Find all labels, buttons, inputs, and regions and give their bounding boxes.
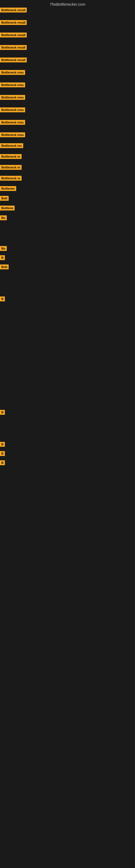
bottleneck-row-8: Bottleneck resu [0,95,135,100]
bottleneck-badge-8: Bottleneck resu [0,95,25,100]
bottleneck-row-1: Bottleneck result [0,8,135,12]
bottleneck-row-7: Bottleneck resu [0,83,135,87]
bottleneck-badge-3: Bottleneck result [0,33,27,37]
bottleneck-row-26: B [0,442,135,447]
bottleneck-badge-11: Bottleneck resu [0,132,25,137]
bottleneck-row-23: Bott [0,265,135,269]
bottleneck-badge-26: B [0,442,5,447]
bottleneck-badge-2: Bottleneck result [0,20,27,25]
bottleneck-badge-6: Bottleneck resu [0,70,25,75]
bottleneck-badge-12: Bottleneck res [0,143,23,148]
bottleneck-row-13: Bottleneck re [0,154,135,159]
bottleneck-badge-18: Bottlene [0,206,14,211]
bottleneck-row-14: Bottleneck re [0,165,135,170]
bottleneck-row-19: Bo [0,215,135,220]
bottleneck-badge-9: Bottleneck resu [0,107,25,112]
bottleneck-row-5: Bottleneck result [0,58,135,62]
page-container: TheBottlenecker.com Bottleneck result Bo… [0,0,135,465]
bottleneck-badge-22: B [0,255,5,260]
bottleneck-row-25: B [0,410,135,415]
bottleneck-badge-10: Bottleneck resu [0,120,25,125]
bottleneck-badge-19: Bo [0,215,7,220]
bottleneck-badge-5: Bottleneck result [0,58,27,62]
bottleneck-badge-7: Bottleneck resu [0,83,25,87]
bottleneck-badge-28: B [0,460,5,465]
bottleneck-row-11: Bottleneck resu [0,132,135,137]
bottleneck-row-22: B [0,255,135,260]
bottleneck-row-16: Bottlenec [0,186,135,191]
bottleneck-badge-23: Bott [0,265,9,269]
bottleneck-badge-1: Bottleneck result [0,8,27,12]
bottleneck-badge-13: Bottleneck re [0,154,21,159]
bottleneck-row-15: Bottleneck re [0,176,135,181]
bottleneck-row-4: Bottleneck result [0,45,135,50]
bottleneck-badge-24: B [0,297,5,301]
bottleneck-row-12: Bottleneck res [0,143,135,148]
bottleneck-row-21: Bo [0,246,135,251]
bottleneck-row-10: Bottleneck resu [0,120,135,125]
bottleneck-row-24: B [0,297,135,301]
bottleneck-row-27: B [0,451,135,456]
bottleneck-badge-14: Bottleneck re [0,165,21,170]
bottleneck-row-18: Bottlene [0,206,135,211]
bottleneck-badge-17: Bott [0,196,9,201]
bottleneck-badge-16: Bottlenec [0,186,16,191]
site-title: TheBottlenecker.com [0,0,135,8]
bottleneck-badge-15: Bottleneck re [0,176,21,181]
bottleneck-badge-4: Bottleneck result [0,45,27,50]
bottleneck-row-17: Bott [0,196,135,201]
bottleneck-badge-21: Bo [0,246,7,251]
bottleneck-badge-25: B [0,410,5,415]
bottleneck-row-6: Bottleneck resu [0,70,135,75]
bottleneck-row-2: Bottleneck result [0,20,135,25]
bottleneck-row-28: B [0,460,135,465]
bottleneck-row-9: Bottleneck resu [0,107,135,112]
bottleneck-row-3: Bottleneck result [0,33,135,37]
bottleneck-badge-27: B [0,451,5,456]
